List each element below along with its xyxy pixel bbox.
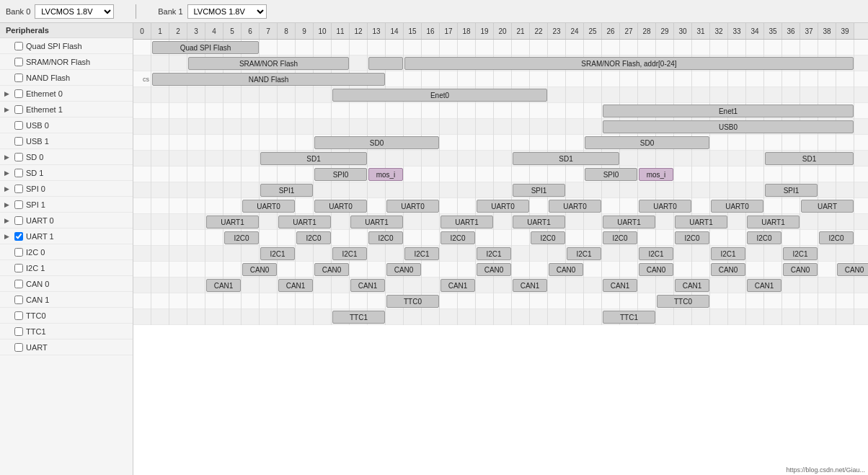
checkbox-can-0[interactable] <box>14 280 23 288</box>
grid-cell-r12-p8 <box>278 230 296 246</box>
pin-header-9: 9 <box>296 23 314 39</box>
block-r13-I2C1: I2C1 <box>260 247 295 260</box>
sidebar-item-sd-0[interactable]: ▶SD 0 <box>0 149 133 165</box>
sidebar-item-i2c-0[interactable]: I2C 0 <box>0 244 133 260</box>
grid-cell-r9-p20 <box>494 182 512 198</box>
sidebar-item-sram-nor-flash[interactable]: SRAM/NOR Flash <box>0 54 133 70</box>
grid-cell-r17-p7 <box>260 309 278 325</box>
sidebar-item-nand-flash[interactable]: NAND Flash <box>0 70 133 86</box>
grid-cell-r7-p27 <box>620 151 638 167</box>
grid-cell-r0-p39 <box>836 40 854 56</box>
checkbox-ethernet-0[interactable] <box>14 89 23 98</box>
sidebar-item-ttc0[interactable]: TTC0 <box>0 308 133 324</box>
grid-cell-r3-p0 <box>133 87 151 103</box>
grid-cell-r4-p19 <box>476 103 494 119</box>
checkbox-uart-0[interactable] <box>14 216 23 225</box>
expand-arrow-uart-0[interactable]: ▶ <box>4 217 12 224</box>
sidebar-item-i2c-1[interactable]: I2C 1 <box>0 260 133 276</box>
grid-cell-r16-p38 <box>818 293 836 309</box>
checkbox-ttc1[interactable] <box>14 327 23 336</box>
grid-cell-r3-p28 <box>638 87 656 103</box>
checkbox-quad-spi-flash[interactable] <box>14 42 23 50</box>
grid-cell-r17-p1 <box>151 309 169 325</box>
sidebar-item-ethernet-1[interactable]: ▶Ethernet 1 <box>0 102 133 117</box>
pin-header-34: 34 <box>746 23 764 39</box>
grid-cell-r15-p1 <box>151 278 169 293</box>
grid-cell-r17-p35 <box>764 309 782 325</box>
checkbox-sram-nor-flash[interactable] <box>14 58 23 66</box>
grid-cell-r15-p29 <box>656 278 674 293</box>
grid-cell-r9-p5 <box>223 182 242 198</box>
sidebar-item-can-0[interactable]: CAN 0 <box>0 276 133 292</box>
sidebar-item-ethernet-0[interactable]: ▶Ethernet 0 <box>0 86 133 102</box>
grid-cell-r2-p24 <box>566 71 584 87</box>
grid-cell-r8-p0 <box>133 167 151 182</box>
grid-cell-r6-p38 <box>818 135 836 151</box>
sidebar-item-usb-1[interactable]: USB 1 <box>0 133 133 149</box>
checkbox-usb-1[interactable] <box>14 137 23 146</box>
expand-arrow-ethernet-1[interactable]: ▶ <box>4 106 12 113</box>
bank0-select[interactable]: LVCMOS 1.8V LVCMOS 2.5V LVCMOS 3.3V <box>35 4 114 19</box>
expand-arrow-sd-1[interactable]: ▶ <box>4 169 12 177</box>
expand-arrow-sd-0[interactable]: ▶ <box>4 154 12 161</box>
checkbox-i2c-0[interactable] <box>14 248 23 257</box>
checkbox-usb-0[interactable] <box>14 121 23 130</box>
sidebar-item-spi-1[interactable]: ▶SPI 1 <box>0 197 133 213</box>
checkbox-ttc0[interactable] <box>14 311 23 320</box>
block-r15-CAN1: CAN1 <box>747 279 781 292</box>
checkbox-spi-0[interactable] <box>14 185 23 193</box>
grid-cell-r4-p6 <box>242 103 260 119</box>
grid-cell-r11-p33 <box>728 214 746 230</box>
grid-cell-r13-p14 <box>386 246 404 262</box>
checkbox-ethernet-1[interactable] <box>14 105 23 114</box>
checkbox-sd-0[interactable] <box>14 153 23 161</box>
grid-cell-r17-p25 <box>584 309 602 325</box>
checkbox-spi-1[interactable] <box>14 200 23 209</box>
grid-cell-r9-p16 <box>422 182 440 198</box>
grid-cell-r0-p34 <box>746 40 764 56</box>
grid-cell-r0-p8 <box>278 40 296 56</box>
checkbox-sd-1[interactable] <box>14 169 23 177</box>
grid-area[interactable]: 0123456789101112131415161718192021222324… <box>133 23 868 475</box>
grid-cell-r3-p1 <box>151 87 169 103</box>
checkbox-uart-1[interactable] <box>14 232 23 241</box>
sidebar-item-sd-1[interactable]: ▶SD 1 <box>0 165 133 181</box>
sidebar-item-quad-spi-flash[interactable]: Quad SPI Flash <box>0 38 133 54</box>
grid-cell-r11-p24 <box>566 214 584 230</box>
block-r15-CAN1: CAN1 <box>440 279 475 292</box>
grid-cell-r4-p16 <box>422 103 440 119</box>
sidebar-item-uart-1[interactable]: ▶UART 1 <box>0 228 133 244</box>
grid-cell-r10-p4 <box>205 198 223 214</box>
expand-arrow-spi-1[interactable]: ▶ <box>4 201 12 208</box>
grid-cell-r8-p38 <box>818 167 836 182</box>
grid-cell-r5-p10 <box>314 119 332 135</box>
bank0-label: Bank 0 <box>6 7 30 16</box>
grid-cell-r5-p13 <box>368 119 386 135</box>
block-r0-Quad-SPI-Flash: Quad SPI Flash <box>152 41 259 54</box>
grid-cell-r11-p15 <box>404 214 422 230</box>
grid-cell-r3-p36 <box>782 87 800 103</box>
grid-cell-r10-p31 <box>692 198 710 214</box>
expand-arrow-spi-0[interactable]: ▶ <box>4 185 12 192</box>
expand-arrow-uart-1[interactable]: ▶ <box>4 233 12 240</box>
checkbox-i2c-1[interactable] <box>14 264 23 272</box>
checkbox-can-1[interactable] <box>14 296 23 304</box>
sidebar-item-usb-0[interactable]: USB 0 <box>0 117 133 133</box>
grid-cell-r10-p18 <box>458 198 476 214</box>
checkbox-uart-x[interactable] <box>14 343 23 352</box>
bank1-select[interactable]: LVCMOS 1.8V LVCMOS 2.5V LVCMOS 3.3V <box>187 4 267 19</box>
sidebar-item-uart-0[interactable]: ▶UART 0 <box>0 213 133 228</box>
block-r11-UART1: UART1 <box>675 216 727 228</box>
checkbox-nand-flash[interactable] <box>14 74 23 82</box>
sidebar-item-spi-0[interactable]: ▶SPI 0 <box>0 181 133 197</box>
sidebar-item-can-1[interactable]: CAN 1 <box>0 292 133 308</box>
grid-cell-r15-p19 <box>476 278 494 293</box>
pin-header-12: 12 <box>350 23 368 39</box>
grid-cell-r8-p9 <box>296 167 314 182</box>
grid-cell-r12-p29 <box>656 230 674 246</box>
grid-rows: Quad SPI FlashSRAM/NOR FlashSRAM/NOR Fla… <box>133 40 868 325</box>
sidebar-item-ttc1[interactable]: TTC1 <box>0 324 133 339</box>
grid-cell-r11-p25 <box>584 214 602 230</box>
sidebar-item-uart-x[interactable]: UART <box>0 339 133 355</box>
expand-arrow-ethernet-0[interactable]: ▶ <box>4 90 12 97</box>
